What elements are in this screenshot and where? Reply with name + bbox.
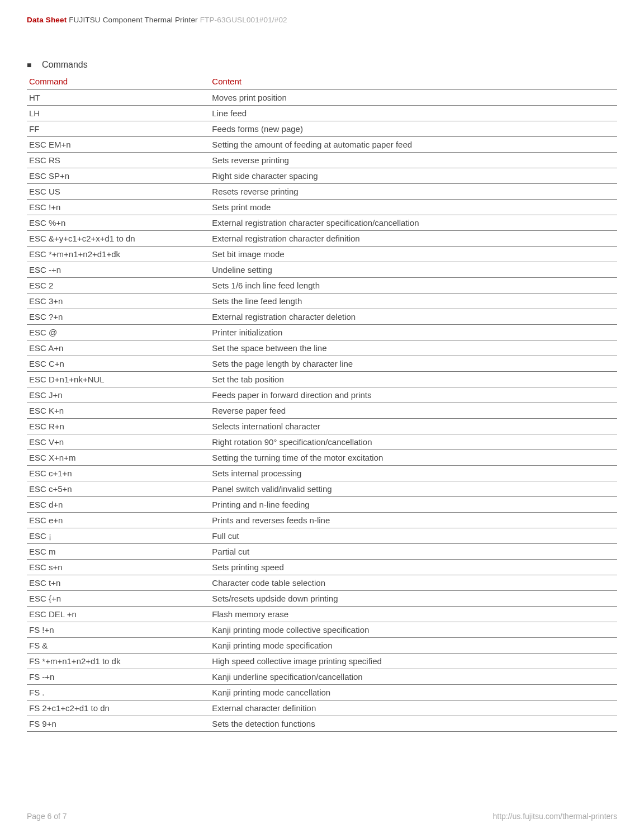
cell-content: Sets print mode xyxy=(210,200,617,215)
cell-command: ESC 2 xyxy=(27,278,210,294)
table-row: ESC X+n+mSetting the turning time of the… xyxy=(27,450,617,466)
cell-command: ESC -+n xyxy=(27,262,210,278)
table-row: ESC ?+nExternal registration character d… xyxy=(27,309,617,325)
section-title: Commands xyxy=(27,60,617,70)
cell-command: ESC RS xyxy=(27,153,210,168)
cell-command: ESC US xyxy=(27,184,210,200)
header-model: FTP-63GUSL001#01/#02 xyxy=(200,16,287,24)
cell-command: ESC K+n xyxy=(27,403,210,419)
table-row: ESC J+nFeeds paper in forward direction … xyxy=(27,387,617,403)
cell-command: FS *+m+n1+n2+d1 to dk xyxy=(27,654,210,669)
cell-content: Sets the page length by character line xyxy=(210,356,617,372)
table-row: ESC R+nSelects internationl character xyxy=(27,419,617,434)
cell-content: Setting the amount of feeding at automat… xyxy=(210,137,617,153)
section-title-label: Commands xyxy=(42,60,88,69)
table-row: ESC 3+nSets the line feed length xyxy=(27,294,617,309)
table-row: ESC &+y+c1+c2+x+d1 to dnExternal registr… xyxy=(27,231,617,247)
cell-content: Sets/resets updside down printing xyxy=(210,591,617,607)
table-row: ESC c+1+nSets internal processing xyxy=(27,466,617,481)
cell-content: Set bit image mode xyxy=(210,247,617,262)
column-header-command: Command xyxy=(27,73,210,90)
table-row: ESC c+5+nPanel switch valid/invalid sett… xyxy=(27,481,617,497)
table-row: ESC !+nSets print mode xyxy=(27,200,617,215)
table-header-row: Command Content xyxy=(27,73,617,90)
table-row: ESC ¡Full cut xyxy=(27,528,617,544)
table-row: ESC @Printer initialization xyxy=(27,325,617,340)
cell-content: Resets reverse printing xyxy=(210,184,617,200)
cell-content: Sets the line feed length xyxy=(210,294,617,309)
cell-content: Moves print position xyxy=(210,90,617,106)
cell-command: HT xyxy=(27,90,210,106)
cell-command: FS . xyxy=(27,685,210,701)
cell-command: ESC m xyxy=(27,544,210,560)
cell-command: FS 9+n xyxy=(27,716,210,732)
cell-command: LH xyxy=(27,106,210,121)
cell-content: External character definition xyxy=(210,701,617,716)
cell-command: ESC c+5+n xyxy=(27,481,210,497)
cell-command: ESC J+n xyxy=(27,387,210,403)
cell-command: ESC {+n xyxy=(27,591,210,607)
cell-content: External registration character deletion xyxy=(210,309,617,325)
cell-content: Feeds forms (new page) xyxy=(210,121,617,137)
cell-content: Undeline setting xyxy=(210,262,617,278)
cell-command: FF xyxy=(27,121,210,137)
cell-command: ESC s+n xyxy=(27,560,210,575)
table-row: ESC DEL +nFlash memory erase xyxy=(27,607,617,622)
cell-content: Printer initialization xyxy=(210,325,617,340)
cell-command: FS -+n xyxy=(27,669,210,685)
commands-table: Command Content HTMoves print positionLH… xyxy=(27,73,617,732)
cell-content: Character code table selection xyxy=(210,575,617,591)
table-row: ESC RSSets reverse printing xyxy=(27,153,617,168)
cell-content: Sets 1/6 inch line feed length xyxy=(210,278,617,294)
cell-content: Printing and n-line feeding xyxy=(210,497,617,513)
cell-command: FS & xyxy=(27,638,210,654)
cell-command: ESC EM+n xyxy=(27,137,210,153)
page-footer: Page 6 of 7 http://us.fujitsu.com/therma… xyxy=(27,812,617,821)
cell-content: Flash memory erase xyxy=(210,607,617,622)
cell-command: ESC ¡ xyxy=(27,528,210,544)
cell-content: Line feed xyxy=(210,106,617,121)
table-row: ESC *+m+n1+n2+d1+dkSet bit image mode xyxy=(27,247,617,262)
table-row: ESC 2Sets 1/6 inch line feed length xyxy=(27,278,617,294)
table-row: ESC D+n1+nk+NULSet the tab position xyxy=(27,372,617,387)
cell-content: Prints and reverses feeds n-line xyxy=(210,513,617,528)
cell-content: High speed collective image printing spe… xyxy=(210,654,617,669)
table-row: ESC {+nSets/resets updside down printing xyxy=(27,591,617,607)
cell-content: Sets the detection functions xyxy=(210,716,617,732)
table-row: FFFeeds forms (new page) xyxy=(27,121,617,137)
cell-command: ESC A+n xyxy=(27,340,210,356)
cell-content: Kanji printing mode specification xyxy=(210,638,617,654)
table-row: ESC C+nSets the page length by character… xyxy=(27,356,617,372)
table-row: ESC e+nPrints and reverses feeds n-line xyxy=(27,513,617,528)
table-row: ESC t+nCharacter code table selection xyxy=(27,575,617,591)
table-row: FS !+nKanji printing mode collective spe… xyxy=(27,622,617,638)
cell-command: ESC R+n xyxy=(27,419,210,434)
table-row: ESC V+nRight rotation 90° specification/… xyxy=(27,434,617,450)
footer-url: http://us.fujitsu.com/thermal-printers xyxy=(493,812,617,821)
cell-content: Kanji underline specification/cancellati… xyxy=(210,669,617,685)
cell-command: ESC D+n1+nk+NUL xyxy=(27,372,210,387)
cell-content: Kanji printing mode collective specifica… xyxy=(210,622,617,638)
footer-page-number: Page 6 of 7 xyxy=(27,812,67,821)
cell-content: Sets printing speed xyxy=(210,560,617,575)
cell-command: FS !+n xyxy=(27,622,210,638)
cell-content: Set the tab position xyxy=(210,372,617,387)
document-header: Data Sheet FUJITSU Component Thermal Pri… xyxy=(27,16,617,24)
cell-content: External registration character specific… xyxy=(210,215,617,231)
cell-command: ESC e+n xyxy=(27,513,210,528)
table-row: ESC USResets reverse printing xyxy=(27,184,617,200)
table-row: HTMoves print position xyxy=(27,90,617,106)
cell-command: ESC 3+n xyxy=(27,294,210,309)
header-datasheet-label: Data Sheet xyxy=(27,16,67,24)
table-row: FS &Kanji printing mode specification xyxy=(27,638,617,654)
cell-command: ESC @ xyxy=(27,325,210,340)
table-row: FS .Kanji printing mode cancellation xyxy=(27,685,617,701)
cell-content: Feeds paper in forward direction and pri… xyxy=(210,387,617,403)
cell-content: Full cut xyxy=(210,528,617,544)
table-row: ESC K+nReverse paper feed xyxy=(27,403,617,419)
table-row: ESC s+nSets printing speed xyxy=(27,560,617,575)
cell-content: Right rotation 90° specification/cancell… xyxy=(210,434,617,450)
cell-content: External registration character definiti… xyxy=(210,231,617,247)
table-row: ESC %+nExternal registration character s… xyxy=(27,215,617,231)
table-row: ESC A+nSet the space between the line xyxy=(27,340,617,356)
